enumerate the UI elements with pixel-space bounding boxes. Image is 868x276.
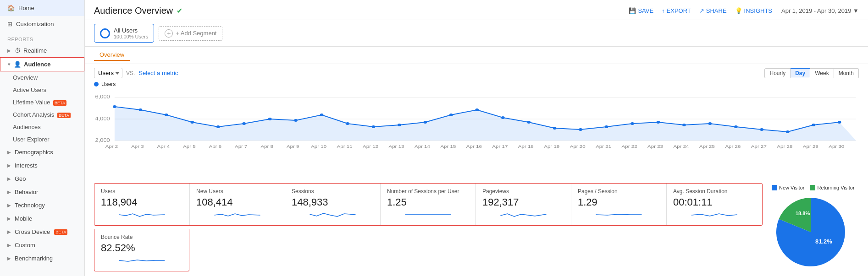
save-button[interactable]: 💾 SAVE xyxy=(629,7,653,14)
sidebar-item-benchmarking[interactable]: ▶ Benchmarking xyxy=(0,252,84,265)
svg-text:Apr 7: Apr 7 xyxy=(235,144,248,149)
sidebar-item-mobile[interactable]: ▶ Mobile xyxy=(0,212,84,225)
beta-badge: BETA xyxy=(53,100,66,106)
metrics-left: Users 118,904 New Users 108,414 Sessions… xyxy=(94,183,763,272)
segment-info: All Users 100.00% Users xyxy=(114,27,148,39)
tab-overview[interactable]: Overview xyxy=(94,49,130,61)
share-icon: ↗ xyxy=(699,7,704,14)
time-btn-hourly[interactable]: Hourly xyxy=(764,68,791,78)
sidebar-item-cohort-analysis[interactable]: Cohort Analysis BETA xyxy=(0,108,84,121)
chart-svg: 6,000 4,000 2,000 xyxy=(94,89,859,149)
sidebar-item-audiences[interactable]: Audiences xyxy=(0,121,84,133)
svg-text:Apr 13: Apr 13 xyxy=(388,144,404,149)
svg-text:Apr 9: Apr 9 xyxy=(287,144,299,149)
segments-bar: All Users 100.00% Users + + Add Segment xyxy=(85,20,868,47)
insights-button[interactable]: 💡 INSIGHTS xyxy=(735,7,772,14)
chevron-icon-6: ▶ xyxy=(7,203,11,208)
export-icon: ↑ xyxy=(662,7,665,14)
chart-legend: Users xyxy=(94,81,859,87)
sidebar-mobile-label: Mobile xyxy=(15,215,32,222)
pie-section: New Visitor Returning Visitor xyxy=(763,183,859,272)
sidebar-item-technology[interactable]: ▶ Technology xyxy=(0,199,84,212)
data-point xyxy=(165,114,168,116)
sidebar-item-customization[interactable]: ⊞ Customization xyxy=(0,16,84,32)
pie-chart-svg: 81.2% 18.8% xyxy=(772,193,850,271)
sparkline-avg-session xyxy=(673,210,756,221)
overview-tab-bar: Overview xyxy=(85,47,868,64)
sidebar-lifetime-value-label: Lifetime Value xyxy=(13,99,50,106)
sidebar-technology-label: Technology xyxy=(15,202,45,209)
data-point xyxy=(139,108,143,111)
reports-section-label: REPORTS xyxy=(0,32,84,44)
data-point xyxy=(501,116,505,119)
svg-text:Apr 29: Apr 29 xyxy=(803,144,818,149)
insights-label: INSIGHTS xyxy=(744,7,772,14)
metric-dropdown[interactable]: Users xyxy=(94,68,122,78)
data-point xyxy=(786,130,790,133)
add-segment-button[interactable]: + + Add Segment xyxy=(159,26,222,41)
chart-controls: Users VS. Select a metric Hourly Day Wee… xyxy=(94,68,859,78)
svg-text:Apr 5: Apr 5 xyxy=(183,144,196,149)
svg-text:Apr 10: Apr 10 xyxy=(311,144,326,149)
svg-text:Apr 28: Apr 28 xyxy=(777,144,792,149)
sparkline-sessions xyxy=(292,210,374,221)
metric-cell-bounce: Bounce Rate 82.52% xyxy=(94,229,189,271)
svg-text:Apr 26: Apr 26 xyxy=(725,144,741,149)
data-point xyxy=(682,124,686,126)
sidebar-item-behavior[interactable]: ▶ Behavior xyxy=(0,185,84,199)
sidebar-realtime-label: Realtime xyxy=(23,47,47,54)
data-point xyxy=(734,125,738,128)
sidebar-audience-label: Audience xyxy=(24,61,51,68)
svg-text:Apr 25: Apr 25 xyxy=(699,144,715,149)
sidebar-item-audience[interactable]: ▾ 👤 Audience xyxy=(0,57,84,71)
sidebar-item-cross-device[interactable]: ▶ Cross Device BETA xyxy=(0,225,84,238)
segment-sub: 100.00% Users xyxy=(114,34,148,39)
sidebar-item-home[interactable]: 🏠 Home xyxy=(0,0,84,16)
export-button[interactable]: ↑ EXPORT xyxy=(662,7,691,14)
all-users-segment[interactable]: All Users 100.00% Users xyxy=(94,24,154,43)
time-btn-week[interactable]: Week xyxy=(810,68,834,78)
sidebar-item-demographics[interactable]: ▶ Demographics xyxy=(0,146,84,159)
svg-text:Apr 30: Apr 30 xyxy=(829,144,844,149)
segment-circle xyxy=(100,28,110,38)
data-point xyxy=(630,122,634,125)
sidebar-user-explorer-label: User Explorer xyxy=(13,136,49,143)
realtime-icon: ⏱ xyxy=(15,47,21,54)
date-range[interactable]: Apr 1, 2019 - Apr 30, 2019 ▼ xyxy=(781,7,859,14)
sidebar-custom-label: Custom xyxy=(15,242,35,249)
svg-text:2,000: 2,000 xyxy=(95,138,110,142)
select-metric-link[interactable]: Select a metric xyxy=(138,70,178,76)
svg-text:Apr 24: Apr 24 xyxy=(674,144,689,149)
chevron-icon-3: ▶ xyxy=(7,163,11,168)
time-btn-day[interactable]: Day xyxy=(791,68,810,78)
legend-label: Users xyxy=(101,81,116,87)
sidebar-item-user-explorer[interactable]: User Explorer xyxy=(0,133,84,146)
share-button[interactable]: ↗ SHARE xyxy=(699,7,727,14)
sidebar-item-overview[interactable]: Overview xyxy=(0,71,84,84)
metric-value-bounce: 82.52% xyxy=(101,242,182,254)
data-point xyxy=(760,128,763,131)
metric-value-sessions: 148,933 xyxy=(292,196,374,208)
data-point xyxy=(216,125,220,128)
pie-label-new: 81.2% xyxy=(815,238,832,245)
data-point xyxy=(268,118,272,120)
time-buttons: Hourly Day Week Month xyxy=(764,68,859,78)
customization-icon: ⊞ xyxy=(7,21,12,27)
sidebar-item-geo[interactable]: ▶ Geo xyxy=(0,172,84,185)
insights-icon: 💡 xyxy=(735,7,742,14)
sidebar-item-interests[interactable]: ▶ Interests xyxy=(0,159,84,172)
chevron-icon: ▶ xyxy=(7,48,11,53)
svg-text:Apr 12: Apr 12 xyxy=(363,144,378,149)
sidebar-item-custom[interactable]: ▶ Custom xyxy=(0,238,84,252)
sidebar-item-active-users[interactable]: Active Users xyxy=(0,84,84,96)
svg-text:Apr 15: Apr 15 xyxy=(440,144,456,149)
sidebar-item-lifetime-value[interactable]: Lifetime Value BETA xyxy=(0,96,84,108)
metric-cell-pages-session: Pages / Session 1.29 xyxy=(571,184,667,225)
sidebar-item-realtime[interactable]: ▶ ⏱ Realtime xyxy=(0,44,84,57)
add-icon: + xyxy=(165,29,173,38)
sparkline-pages-session xyxy=(578,210,660,221)
page-title: Audience Overview xyxy=(94,5,173,16)
chevron-icon-5: ▶ xyxy=(7,189,11,195)
data-point xyxy=(657,121,660,124)
time-btn-month[interactable]: Month xyxy=(834,68,859,78)
